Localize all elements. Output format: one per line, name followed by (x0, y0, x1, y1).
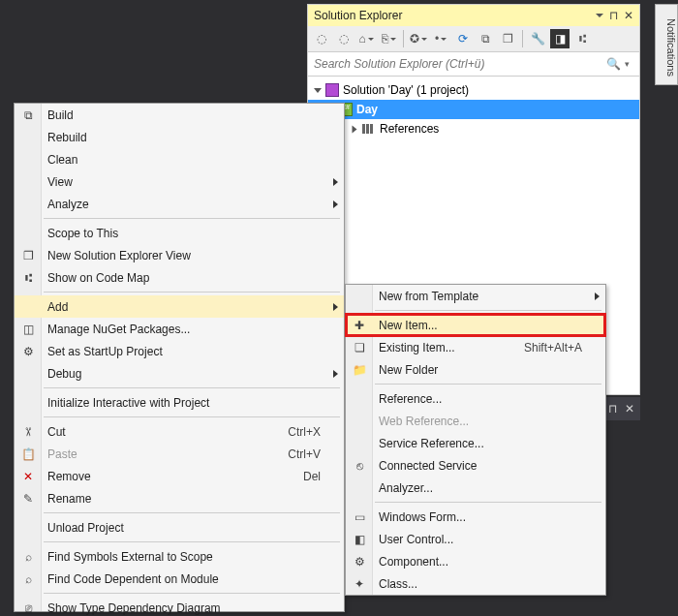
menu-item-new-solution-explorer-view[interactable]: ❐New Solution Explorer View (15, 244, 344, 266)
menu-item-find-symbols-external-to-scope[interactable]: ⌕Find Symbols External to Scope (15, 545, 344, 568)
menu-item-cut[interactable]: ✂CutCtrl+X (15, 420, 344, 443)
submenu-arrow-icon (333, 303, 338, 311)
menu-item-class[interactable]: ✦Class... (346, 572, 605, 595)
preview-icon[interactable]: ◨ (550, 29, 570, 48)
menu-item-label: New Solution Explorer View (47, 249, 191, 262)
pin-icon[interactable]: ⊓ (608, 402, 617, 416)
menu-separator (375, 384, 601, 385)
pending-icon[interactable]: ✪ (409, 29, 428, 48)
menu-shortcut: Del (280, 470, 321, 483)
menu-item-label: Set as StartUp Project (47, 345, 163, 358)
menu-item-analyze[interactable]: Analyze (15, 193, 344, 215)
type-dep-icon: ⎚ (19, 601, 37, 615)
menu-item-label: Web Reference... (379, 415, 469, 428)
build-icon: ⧉ (19, 108, 37, 122)
existing-item-icon: ❏ (351, 341, 368, 354)
menu-separator (44, 512, 340, 513)
menu-item-initialize-interactive-with-project[interactable]: Initialize Interactive with Project (15, 391, 344, 414)
remove-icon: ✕ (19, 470, 37, 483)
close-icon[interactable]: ✕ (624, 9, 633, 22)
search-input[interactable] (314, 52, 606, 76)
expander-icon[interactable] (353, 125, 357, 133)
history-icon[interactable]: • (431, 29, 450, 48)
menu-item-remove[interactable]: ✕RemoveDel (15, 465, 344, 487)
menu-item-rename[interactable]: ✎Rename (15, 487, 344, 509)
nuget-icon: ◫ (19, 323, 37, 336)
menu-item-clean[interactable]: Clean (15, 148, 344, 170)
menu-item-label: View (47, 175, 73, 189)
forward-icon[interactable]: ◌ (334, 29, 354, 48)
menu-item-reference[interactable]: Reference... (346, 387, 605, 410)
menu-item-connected-service[interactable]: ⎋Connected Service (346, 454, 605, 477)
expander-icon[interactable] (314, 88, 322, 93)
menu-item-show-type-dependency-diagram[interactable]: ⎚Show Type Dependency Diagram (15, 597, 344, 616)
tree-label: Solution 'Day' (1 project) (343, 83, 469, 97)
solution-icon (325, 83, 339, 97)
menu-item-label: Paste (47, 447, 77, 461)
notifications-tab[interactable]: Notifications (655, 4, 678, 85)
view-icon[interactable]: ⑆ (572, 29, 592, 48)
tree-references-node[interactable]: References (308, 119, 639, 139)
panel-titlebar[interactable]: Solution Explorer ⊓ ✕ (308, 5, 639, 26)
tree-project-node[interactable]: Day (308, 100, 639, 119)
pin-icon[interactable]: ⊓ (609, 9, 618, 22)
menu-item-unload-project[interactable]: Unload Project (15, 516, 344, 539)
tree-label: References (380, 122, 439, 136)
menu-item-paste: 📋PasteCtrl+V (15, 443, 344, 465)
menu-item-service-reference[interactable]: Service Reference... (346, 432, 605, 454)
menu-item-user-control[interactable]: ◧User Control... (346, 528, 605, 550)
find-ext-icon: ⌕ (19, 550, 37, 564)
menu-item-component[interactable]: ⚙Component... (346, 550, 605, 572)
menu-item-label: Service Reference... (379, 437, 484, 450)
menu-item-set-as-startup-project[interactable]: ⚙Set as StartUp Project (15, 340, 344, 362)
search-box[interactable]: 🔍 ▾ (308, 52, 639, 77)
menu-item-windows-form[interactable]: ▭Windows Form... (346, 506, 605, 528)
search-icon[interactable]: 🔍 (606, 57, 621, 71)
menu-item-label: Initialize Interactive with Project (47, 396, 209, 410)
panel-menu-icon[interactable] (596, 14, 603, 17)
panel-toolbar: ◌ ◌ ⌂ ⎘ ✪ • ⟳ ⧉ ❐ 🔧 ◨ ⑆ (308, 26, 639, 52)
menu-separator (44, 387, 340, 388)
menu-separator (44, 416, 340, 417)
menu-item-show-on-code-map[interactable]: ⑆Show on Code Map (15, 266, 344, 289)
menu-item-new-from-template[interactable]: New from Template (346, 285, 605, 307)
search-options-icon[interactable]: ▾ (625, 59, 630, 69)
menu-item-new-folder[interactable]: 📁New Folder (346, 358, 605, 381)
menu-shortcut: Ctrl+X (264, 425, 321, 439)
menu-item-view[interactable]: View (15, 170, 344, 193)
menu-item-add[interactable]: Add (15, 295, 344, 318)
menu-item-build[interactable]: ⧉Build (15, 104, 344, 126)
new-folder-icon: 📁 (351, 363, 368, 377)
menu-separator (44, 292, 340, 293)
menu-item-scope-to-this[interactable]: Scope to This (15, 222, 344, 244)
form-icon: ▭ (351, 510, 368, 524)
collapse-icon[interactable]: ⧉ (476, 29, 495, 48)
menu-item-manage-nuget-packages[interactable]: ◫Manage NuGet Packages... (15, 318, 344, 340)
menu-item-label: Rebuild (47, 131, 87, 144)
menu-item-label: Analyzer... (379, 481, 433, 495)
gear-icon: ⚙ (19, 345, 37, 358)
showall-icon[interactable]: ❐ (498, 29, 517, 48)
menu-shortcut: Shift+Alt+A (501, 341, 582, 354)
references-icon (362, 124, 376, 134)
menu-separator (375, 310, 601, 311)
refresh-icon[interactable]: ⟳ (453, 29, 473, 48)
properties-icon[interactable]: 🔧 (528, 29, 547, 48)
menu-item-analyzer[interactable]: Analyzer... (346, 477, 605, 499)
menu-item-label: Find Code Dependent on Module (47, 572, 219, 586)
menu-item-find-code-dependent-on-module[interactable]: ⌕Find Code Dependent on Module (15, 568, 344, 590)
menu-item-label: Analyze (47, 198, 89, 211)
menu-item-label: New Item... (379, 319, 438, 332)
home-icon[interactable]: ⌂ (356, 29, 376, 48)
menu-item-rebuild[interactable]: Rebuild (15, 126, 344, 148)
menu-item-existing-item[interactable]: ❏Existing Item...Shift+Alt+A (346, 336, 605, 358)
menu-item-label: Class... (379, 577, 417, 591)
back-icon[interactable]: ◌ (312, 29, 331, 48)
menu-item-debug[interactable]: Debug (15, 362, 344, 385)
close-icon[interactable]: ✕ (625, 402, 634, 416)
sync-icon[interactable]: ⎘ (379, 29, 398, 48)
rename-icon: ✎ (19, 492, 37, 506)
tree-solution-node[interactable]: Solution 'Day' (1 project) (308, 80, 639, 100)
menu-item-label: Debug (47, 367, 81, 381)
menu-item-new-item[interactable]: ✚New Item... (346, 314, 605, 336)
